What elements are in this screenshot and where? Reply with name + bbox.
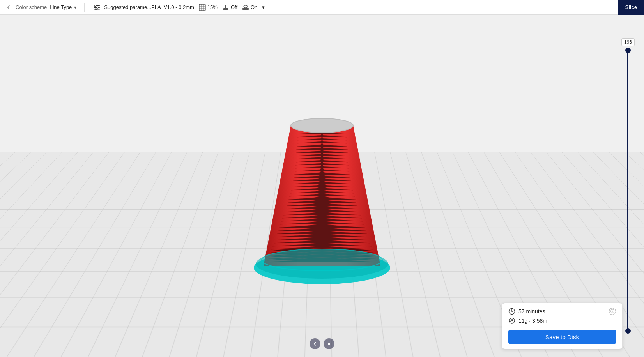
time-info: 57 minutes [508, 308, 545, 315]
layer-top-value: 196 [621, 38, 635, 46]
infill-icon [199, 4, 206, 11]
settings-chevron-icon: ▾ [262, 4, 265, 10]
nav-dot-left[interactable] [310, 338, 320, 349]
bottom-nav [310, 338, 334, 349]
color-scheme-value: Line Type [50, 4, 72, 10]
adhesion-label: On [251, 4, 257, 10]
svg-rect-15 [242, 8, 249, 9]
suggested-params-text: Suggested parame...PLA_V1.0 - 0.2mm [104, 4, 194, 10]
suggested-params-button[interactable]: Suggested parame...PLA_V1.0 - 0.2mm [92, 3, 194, 12]
toolbar-end: Slice [618, 0, 644, 15]
nav-dot-right[interactable] [324, 338, 334, 349]
slider-handle-bottom[interactable] [625, 328, 631, 334]
weight-icon [508, 317, 515, 324]
adhesion-icon [242, 4, 249, 11]
svg-point-3 [94, 5, 96, 6]
time-info-icon[interactable]: ⓘ [609, 308, 616, 315]
viewport: 196 [0, 15, 644, 357]
support-label: Off [231, 4, 237, 10]
slider-track[interactable] [627, 48, 628, 334]
svg-line-27 [512, 311, 513, 312]
svg-rect-13 [223, 8, 228, 9]
slice-button[interactable]: Slice [618, 0, 644, 15]
svg-rect-11 [223, 9, 228, 10]
color-scheme-chevron-icon: ▾ [74, 5, 76, 10]
toolbar-left: Color scheme Line Type ▾ [0, 4, 81, 11]
svg-point-4 [97, 7, 98, 8]
toolbar: Color scheme Line Type ▾ Suggested param… [0, 0, 644, 15]
save-to-disk-button[interactable]: Save to Disk [508, 330, 616, 344]
infill-badge[interactable]: 15% [199, 4, 218, 11]
toolbar-divider [84, 3, 85, 12]
svg-rect-14 [242, 9, 249, 10]
weight-row: 11g · 3.58m [508, 317, 616, 324]
svg-point-24 [328, 343, 330, 345]
settings-sliders-icon [92, 3, 101, 12]
svg-point-22 [256, 249, 388, 279]
color-scheme-label: Color scheme [16, 4, 47, 10]
svg-point-16 [244, 5, 248, 8]
support-badge[interactable]: Off [222, 4, 237, 11]
slider-handle-top[interactable] [625, 48, 631, 53]
time-row: 57 minutes ⓘ [508, 308, 616, 315]
toolbar-right: Suggested parame...PLA_V1.0 - 0.2mm 15% [88, 3, 618, 12]
svg-rect-6 [199, 4, 205, 11]
layer-slider[interactable]: 196 [621, 38, 635, 334]
settings-chevron[interactable]: ▾ [262, 4, 265, 10]
weight-info: 11g · 3.58m [508, 317, 547, 324]
info-panel: 57 minutes ⓘ 11g · 3.58m Save to Disk [502, 303, 623, 349]
weight-value: 11g · 3.58m [518, 318, 547, 324]
cup-object [240, 98, 404, 293]
svg-point-29 [511, 319, 513, 321]
svg-point-5 [95, 8, 97, 10]
color-scheme-dropdown[interactable]: Line Type ▾ [50, 4, 76, 10]
corner-line-vertical [519, 30, 519, 194]
time-value: 57 minutes [518, 308, 545, 315]
infill-percent: 15% [207, 4, 218, 10]
adhesion-badge[interactable]: On [242, 4, 257, 11]
support-icon [222, 4, 229, 11]
left-chevron-icon[interactable] [5, 4, 12, 11]
time-icon [508, 308, 515, 315]
